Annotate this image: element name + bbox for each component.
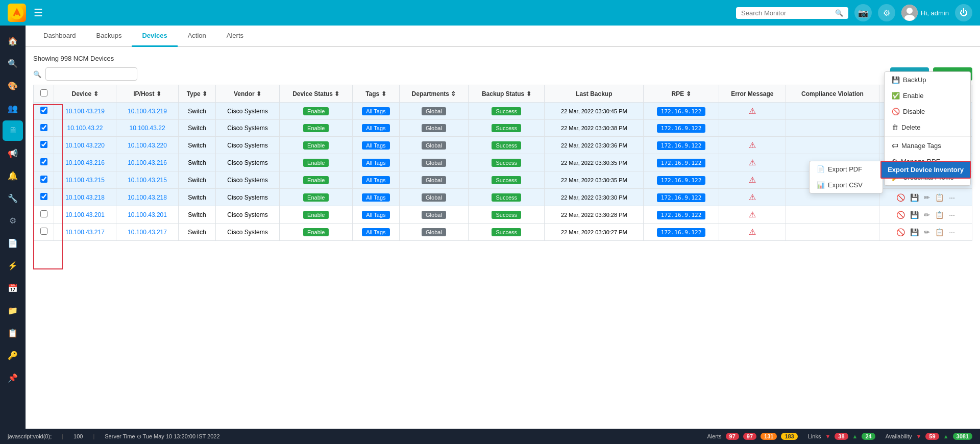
row-dept: Global bbox=[399, 103, 469, 120]
row-device-name[interactable]: 10.100.43.218 bbox=[54, 189, 116, 206]
sidebar-item-design[interactable]: 🎨 bbox=[3, 76, 23, 96]
row-more-btn[interactable]: ··· bbox=[947, 193, 957, 202]
row-more-btn[interactable]: ··· bbox=[947, 210, 957, 219]
tab-devices[interactable]: Devices bbox=[132, 26, 177, 47]
row-rpe[interactable]: 172.16.9.122 bbox=[644, 189, 719, 206]
row-checkbox[interactable] bbox=[40, 158, 47, 165]
row-checkbox[interactable] bbox=[40, 193, 47, 200]
sidebar-item-tools[interactable]: 🔧 bbox=[3, 188, 23, 208]
row-rpe[interactable]: 172.16.9.122 bbox=[644, 103, 719, 120]
sidebar-item-power[interactable]: ⚡ bbox=[3, 255, 23, 276]
row-checkbox[interactable] bbox=[40, 176, 47, 183]
row-disable-btn[interactable]: 🚫 bbox=[895, 193, 906, 202]
row-device-name[interactable]: 10.100.43.220 bbox=[54, 137, 116, 154]
user-info[interactable]: Hi, admin bbox=[901, 5, 949, 21]
row-edit-btn[interactable]: ✏ bbox=[922, 210, 932, 219]
row-ip-host[interactable]: 10.100.43.217 bbox=[116, 224, 179, 241]
sidebar-item-devices[interactable]: 🖥 bbox=[3, 120, 23, 141]
search-monitor-box[interactable]: 🔍 bbox=[736, 7, 848, 19]
row-checkbox[interactable] bbox=[40, 210, 47, 217]
row-checkbox-cell[interactable] bbox=[34, 137, 54, 154]
dropdown-backup[interactable]: 💾 BackUp bbox=[885, 72, 970, 88]
row-ip-host[interactable]: 10.100.43.218 bbox=[116, 189, 179, 206]
export-csv-item[interactable]: 📊 Export CSV bbox=[810, 177, 883, 193]
hamburger-icon[interactable]: ☰ bbox=[34, 7, 43, 19]
row-disable-btn[interactable]: 🚫 bbox=[895, 210, 906, 219]
row-edit-btn[interactable]: ✏ bbox=[922, 228, 932, 237]
dropdown-delete[interactable]: 🗑 Delete bbox=[885, 119, 970, 135]
sidebar-item-users[interactable]: 👥 bbox=[3, 98, 23, 118]
dropdown-manage-tags[interactable]: 🏷 Manage Tags bbox=[885, 138, 970, 154]
power-icon-btn[interactable]: ⏻ bbox=[955, 4, 972, 21]
select-all-checkbox[interactable] bbox=[40, 89, 47, 96]
sidebar-item-clipboard[interactable]: 📋 bbox=[3, 323, 23, 343]
sidebar-item-broadcast[interactable]: 📢 bbox=[3, 143, 23, 163]
row-rpe[interactable]: 172.16.9.122 bbox=[644, 154, 719, 171]
sidebar-item-settings[interactable]: ⚙ bbox=[3, 210, 23, 231]
sidebar-item-search[interactable]: 🔍 bbox=[3, 53, 23, 73]
row-checkbox-cell[interactable] bbox=[34, 120, 54, 137]
row-device-name[interactable]: 10.100.43.22 bbox=[54, 120, 116, 137]
row-backup-status: Success bbox=[469, 120, 545, 137]
tab-backups[interactable]: Backups bbox=[86, 26, 132, 47]
sidebar-item-notifications[interactable]: 🔔 bbox=[3, 165, 23, 186]
row-ip-host[interactable]: 10.100.43.201 bbox=[116, 206, 179, 224]
row-copy-btn[interactable]: 📋 bbox=[934, 210, 945, 219]
row-ip-host[interactable]: 10.100.43.215 bbox=[116, 171, 179, 189]
content-area: Showing 998 NCM Devices 🔍 Sort By ▾ Acti… bbox=[26, 47, 980, 249]
row-checkbox[interactable] bbox=[40, 141, 47, 148]
settings-icon-btn[interactable]: ⚙ bbox=[878, 4, 895, 21]
row-rpe[interactable]: 172.16.9.122 bbox=[644, 120, 719, 137]
row-edit-btn[interactable]: ✏ bbox=[922, 193, 932, 202]
row-disable-btn[interactable]: 🚫 bbox=[895, 228, 906, 237]
row-ip-host[interactable]: 10.100.43.219 bbox=[116, 103, 179, 120]
enable-label: Enable bbox=[903, 92, 923, 100]
row-copy-btn[interactable]: 📋 bbox=[934, 228, 945, 237]
row-more-btn[interactable]: ··· bbox=[947, 228, 957, 237]
row-device-name[interactable]: 10.100.43.219 bbox=[54, 103, 116, 120]
sidebar-item-home[interactable]: 🏠 bbox=[3, 31, 23, 51]
row-copy-btn[interactable]: 📋 bbox=[934, 193, 945, 202]
row-device-name[interactable]: 10.100.43.217 bbox=[54, 224, 116, 241]
row-ip-host[interactable]: 10.100.43.216 bbox=[116, 154, 179, 171]
row-backup-btn[interactable]: 💾 bbox=[909, 210, 920, 219]
sidebar-item-keys[interactable]: 🔑 bbox=[3, 345, 23, 365]
row-ip-host[interactable]: 10.100.43.220 bbox=[116, 137, 179, 154]
row-backup-btn[interactable]: 💾 bbox=[909, 193, 920, 202]
export-device-inventory-button[interactable]: Export Device Inventory bbox=[880, 161, 971, 179]
sidebar-item-calendar[interactable]: 📅 bbox=[3, 278, 23, 298]
tab-action[interactable]: Action bbox=[178, 26, 216, 47]
row-device-name[interactable]: 10.100.43.216 bbox=[54, 154, 116, 171]
sidebar-item-reports[interactable]: 📄 bbox=[3, 233, 23, 253]
sidebar-item-files[interactable]: 📁 bbox=[3, 300, 23, 320]
row-last-backup: 22 Mar, 2022 03:30:27 PM bbox=[545, 224, 644, 241]
row-rpe[interactable]: 172.16.9.122 bbox=[644, 171, 719, 189]
row-checkbox-cell[interactable] bbox=[34, 206, 54, 224]
row-checkbox[interactable] bbox=[40, 228, 47, 235]
row-checkbox-cell[interactable] bbox=[34, 154, 54, 171]
dropdown-disable[interactable]: 🚫 Disable bbox=[885, 104, 970, 119]
tab-alerts[interactable]: Alerts bbox=[216, 26, 254, 47]
row-device-name[interactable]: 10.100.43.215 bbox=[54, 171, 116, 189]
row-checkbox[interactable] bbox=[40, 124, 47, 131]
row-rpe[interactable]: 172.16.9.122 bbox=[644, 224, 719, 241]
row-rpe[interactable]: 172.16.9.122 bbox=[644, 137, 719, 154]
row-checkbox-cell[interactable] bbox=[34, 224, 54, 241]
row-ip-host[interactable]: 10.100.43.22 bbox=[116, 120, 179, 137]
export-pdf-item[interactable]: 📄 Export PDF bbox=[810, 161, 883, 177]
row-checkbox-cell[interactable] bbox=[34, 171, 54, 189]
row-rpe[interactable]: 172.16.9.122 bbox=[644, 206, 719, 224]
sidebar-item-pin[interactable]: 📌 bbox=[3, 367, 23, 388]
row-backup-btn[interactable]: 💾 bbox=[909, 228, 920, 237]
dropdown-enable[interactable]: ✅ Enable bbox=[885, 88, 970, 104]
row-checkbox-cell[interactable] bbox=[34, 103, 54, 120]
row-device-name[interactable]: 10.100.43.201 bbox=[54, 206, 116, 224]
search-monitor-input[interactable] bbox=[741, 9, 833, 17]
device-filter-input[interactable] bbox=[45, 67, 137, 81]
row-checkbox-cell[interactable] bbox=[34, 189, 54, 206]
rpe-badge: 172.16.9.122 bbox=[657, 176, 705, 185]
camera-icon-btn[interactable]: 📷 bbox=[854, 4, 872, 21]
row-checkbox[interactable] bbox=[40, 107, 47, 114]
tab-dashboard[interactable]: Dashboard bbox=[33, 26, 86, 47]
svg-point-4 bbox=[904, 15, 915, 21]
